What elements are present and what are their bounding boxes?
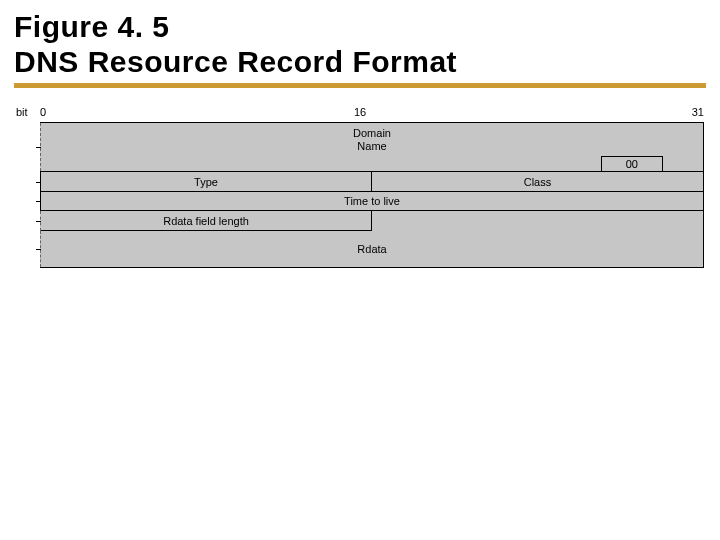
field-ttl: Time to live: [40, 191, 703, 211]
bit-label: bit: [16, 106, 28, 118]
field-type: Type: [41, 172, 372, 192]
figure-number: Figure 4. 5: [14, 10, 706, 45]
field-domain-name: Domain Name 00: [40, 123, 703, 171]
bit-16-marker: 16: [354, 106, 366, 118]
record-layout: Domain Name 00 Type Class Time to live R…: [40, 122, 704, 268]
field-rdata-length: Rdata field length: [41, 211, 372, 231]
rdata-label: Rdata: [357, 243, 386, 255]
title-underline: [14, 83, 706, 88]
field-rdata-length-row: Rdata field length: [40, 211, 703, 231]
rdata-length-empty-half: [372, 211, 703, 231]
domain-name-label: Domain Name: [353, 127, 391, 152]
domain-terminator-box: 00: [601, 156, 663, 171]
field-type-class-row: Type Class: [40, 171, 703, 191]
dns-record-diagram: bit 0 16 31 Domain Name 00 Type Class Ti…: [16, 106, 704, 268]
field-class: Class: [372, 172, 703, 192]
field-rdata: Rdata: [40, 231, 703, 267]
ttl-label: Time to live: [41, 192, 703, 210]
bit-ruler: bit 0 16 31: [16, 106, 704, 122]
bit-31-marker: 31: [692, 106, 704, 118]
bit-0-marker: 0: [40, 106, 46, 118]
figure-title-block: Figure 4. 5 DNS Resource Record Format: [0, 0, 720, 92]
figure-title: DNS Resource Record Format: [14, 45, 706, 80]
